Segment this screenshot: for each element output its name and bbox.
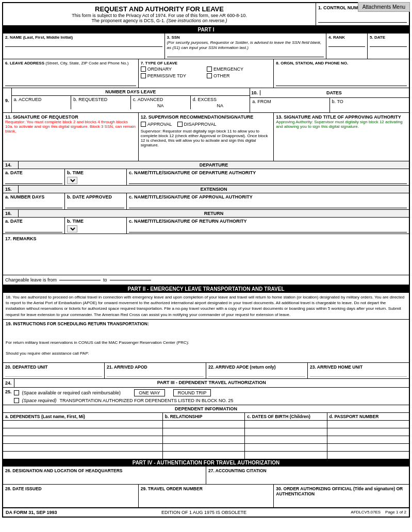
address-input[interactable] bbox=[5, 65, 136, 86]
dep3-dob[interactable] bbox=[245, 436, 327, 443]
date-input[interactable] bbox=[370, 40, 407, 47]
dep1-passport[interactable] bbox=[327, 421, 409, 428]
section15-container: 15. EXTENSION a. NUMBER DAYS b. DATE APP… bbox=[3, 186, 409, 210]
dep-date-input[interactable] bbox=[5, 177, 62, 184]
ret-date-input[interactable] bbox=[5, 225, 62, 232]
arrived-apoe-input[interactable] bbox=[208, 370, 305, 377]
ext-dateapproved-input[interactable] bbox=[67, 201, 124, 208]
dep-row-5 bbox=[3, 452, 409, 459]
ext-numdays-input[interactable] bbox=[5, 201, 62, 208]
dep4-dob[interactable] bbox=[245, 444, 327, 451]
remarks-input[interactable] bbox=[5, 241, 407, 272]
dep-authority-input[interactable] bbox=[129, 177, 407, 184]
field26-input[interactable] bbox=[5, 473, 204, 483]
dep4-passport[interactable] bbox=[327, 444, 409, 451]
accrued-value[interactable] bbox=[14, 102, 69, 103]
arrived-apod-label: 21. ARRIVED APOD bbox=[107, 364, 147, 370]
header-title-section: REQUEST AND AUTHORITY FOR LEAVE This for… bbox=[3, 3, 316, 25]
dep4-rel[interactable] bbox=[163, 444, 245, 451]
dep3-rel[interactable] bbox=[163, 436, 245, 443]
row25-content: 25. (Space available or required cash re… bbox=[5, 389, 407, 403]
emergency-option[interactable]: EMERGENCY bbox=[207, 66, 271, 72]
approval-option[interactable]: APPROVAL bbox=[141, 122, 172, 127]
orgstation-input[interactable] bbox=[276, 65, 407, 86]
to-value[interactable] bbox=[332, 104, 407, 111]
field27-input[interactable] bbox=[208, 473, 407, 483]
ext-dateapproved-label: b. DATE APPROVED bbox=[67, 194, 112, 200]
dep5-dob[interactable] bbox=[245, 452, 327, 459]
dep-time-dropdown[interactable]: ▼ bbox=[67, 177, 77, 184]
sig11-area[interactable] bbox=[5, 134, 136, 159]
footer-page: Page 1 of 2 bbox=[385, 510, 406, 514]
ret-date-cell: a. DATE bbox=[3, 218, 65, 234]
dep5-name[interactable] bbox=[3, 452, 163, 459]
ordinary-option[interactable]: ORDINARY bbox=[141, 66, 205, 72]
space-required-checkbox[interactable] bbox=[14, 398, 19, 403]
permissive-checkbox[interactable] bbox=[141, 73, 146, 78]
dep-col-c-header: c. DATES OF BIRTH (Children) bbox=[245, 413, 327, 420]
dep1-rel[interactable] bbox=[163, 421, 245, 428]
advanced-value[interactable]: NA bbox=[133, 102, 188, 108]
field30-input[interactable] bbox=[276, 496, 407, 506]
chargeable-from-value[interactable] bbox=[59, 280, 101, 280]
dep1-dob[interactable] bbox=[245, 421, 327, 428]
part2-label: PART II - EMERGENCY LEAVE TRANSPORTATION… bbox=[3, 285, 409, 293]
from-value[interactable] bbox=[252, 104, 327, 111]
row-name-ssn: 2. NAME (Last, First, Middle Initial) 3.… bbox=[3, 34, 409, 59]
name-input[interactable] bbox=[5, 40, 162, 47]
field29-input[interactable] bbox=[141, 491, 272, 501]
excess-value[interactable]: NA bbox=[193, 102, 248, 108]
approval-checkbox[interactable] bbox=[141, 122, 146, 127]
disapproval-option[interactable]: DISAPPROVAL bbox=[177, 122, 217, 127]
dep5-rel[interactable] bbox=[163, 452, 245, 459]
ret-time-dropdown[interactable]: ▼ bbox=[67, 225, 77, 232]
rank-input[interactable] bbox=[328, 40, 365, 47]
instructions-note2-value[interactable] bbox=[6, 357, 406, 361]
sig13-area[interactable] bbox=[276, 129, 407, 144]
instructions-input[interactable] bbox=[6, 326, 406, 339]
row25-options: (Space available or required cash reimbu… bbox=[14, 389, 407, 403]
dep5-passport[interactable] bbox=[327, 452, 409, 459]
dep3-name[interactable] bbox=[3, 436, 163, 443]
round-trip-option[interactable]: ROUND TRIP bbox=[173, 389, 211, 396]
dep3-passport[interactable] bbox=[327, 436, 409, 443]
dep2-dob[interactable] bbox=[245, 428, 327, 436]
part3-header-row: 24. PART III - DEPENDENT TRAVEL AUTHORIZ… bbox=[3, 379, 409, 388]
departed-unit-input[interactable] bbox=[5, 370, 102, 377]
chargeable-to-value[interactable] bbox=[110, 280, 151, 280]
sig12-area[interactable] bbox=[141, 147, 272, 158]
space-available-checkbox[interactable] bbox=[14, 390, 19, 395]
advanced-col: c. ADVANCED NA bbox=[131, 96, 191, 109]
ext-authority-input[interactable] bbox=[129, 201, 407, 208]
ordinary-checkbox[interactable] bbox=[141, 66, 146, 72]
section16-container: 16. RETURN a. DATE b. TIME ▼ c bbox=[3, 210, 409, 234]
dep-data-rows bbox=[3, 421, 409, 459]
arrived-home-input[interactable] bbox=[310, 370, 407, 377]
arrived-apod-input[interactable] bbox=[107, 370, 204, 377]
dep2-passport[interactable] bbox=[327, 428, 409, 436]
form-subtitle1: This form is subject to the Privacy Act … bbox=[5, 13, 314, 18]
one-way-option[interactable]: ONE WAY bbox=[134, 389, 165, 396]
other-checkbox[interactable] bbox=[207, 73, 212, 78]
travel-cols-row: 20. DEPARTED UNIT 21. ARRIVED APOD 22. A… bbox=[3, 363, 409, 379]
attachments-menu-button[interactable]: Attachments Menu bbox=[358, 2, 410, 12]
disapproval-checkbox[interactable] bbox=[177, 122, 183, 127]
ret-authority-input[interactable] bbox=[129, 225, 407, 232]
emergency-checkbox[interactable] bbox=[207, 66, 212, 72]
ssn-input[interactable] bbox=[167, 50, 324, 57]
part3-num: 24. bbox=[3, 379, 14, 387]
space-available-row: (Space available or required cash reimbu… bbox=[14, 389, 407, 396]
row25: 25. (Space available or required cash re… bbox=[3, 388, 409, 405]
dep4-name[interactable] bbox=[3, 444, 163, 451]
instructions-note1-value[interactable] bbox=[6, 346, 406, 350]
dep2-name[interactable] bbox=[3, 428, 163, 436]
dep1-name[interactable] bbox=[3, 421, 163, 428]
other-option[interactable]: OTHER bbox=[207, 73, 271, 78]
dep2-rel[interactable] bbox=[163, 428, 245, 436]
field28-input[interactable] bbox=[5, 491, 136, 501]
requested-value[interactable] bbox=[73, 102, 128, 103]
dep-col-d-header: d. PASSPORT NUMBER bbox=[327, 413, 409, 420]
from-label: a. FROM bbox=[252, 99, 327, 104]
permissive-option[interactable]: PERMISSIVE TDY bbox=[141, 73, 205, 78]
control-number-input[interactable] bbox=[318, 12, 407, 23]
